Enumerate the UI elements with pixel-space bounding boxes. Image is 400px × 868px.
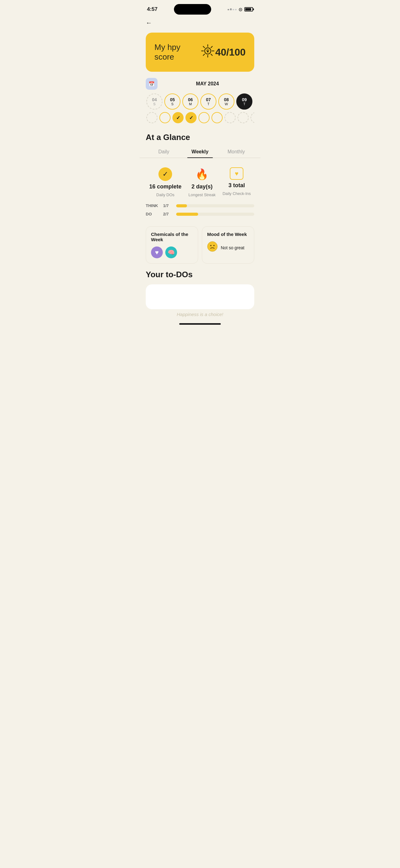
progress-row: DO2/7	[146, 212, 254, 216]
check-item[interactable]	[251, 112, 254, 123]
progress-fraction: 2/7	[163, 212, 172, 216]
check-bubble[interactable]	[251, 112, 254, 123]
date-item[interactable]: 09T	[236, 93, 253, 110]
date-item[interactable]: 06M	[182, 93, 198, 110]
stat-item: ✓16 completeDaily DOs	[149, 167, 181, 197]
check-bubble[interactable]	[237, 112, 249, 123]
checkmark-icon: ✓	[176, 115, 180, 121]
score-label: My hpy score	[155, 42, 200, 62]
todos-section: Your to-DOs	[139, 270, 261, 309]
check-bubble[interactable]	[198, 112, 210, 123]
check-bubble[interactable]: ✓	[186, 112, 197, 123]
chemicals-card-title: Chemicals of the Week	[151, 231, 193, 242]
date-number: 09	[242, 97, 247, 102]
check-item[interactable]	[146, 112, 158, 123]
date-item[interactable]: 05S	[164, 93, 180, 110]
calendar-icon: 📅	[148, 81, 155, 87]
mood-row: Not so great	[207, 241, 249, 254]
date-item[interactable]: 07T	[200, 93, 216, 110]
check-bubble[interactable]	[146, 112, 158, 123]
wifi-icon: ⊜	[238, 6, 242, 12]
date-number: 06	[188, 97, 193, 102]
calendar-icon-button[interactable]: 📅	[146, 78, 158, 90]
heart-box-icon: ♥	[230, 167, 243, 180]
check-item[interactable]: ✓	[172, 112, 184, 123]
stat-item: 🔥2 day(s)Longest Streak	[189, 167, 215, 197]
mood-card-title: Mood of the Week	[207, 231, 249, 237]
check-bubble[interactable]: ✓	[172, 112, 184, 123]
date-number: 04	[152, 97, 157, 102]
back-button[interactable]: ←	[139, 17, 261, 30]
chemicals-card[interactable]: Chemicals of the Week ♥ 🧠	[146, 226, 198, 264]
todos-title: Your to-DOs	[146, 270, 254, 279]
svg-point-1	[207, 51, 209, 53]
stat-number: 2 day(s)	[191, 183, 212, 190]
check-bubble[interactable]	[225, 112, 236, 123]
date-bubble[interactable]: 08W	[218, 93, 234, 110]
progress-bar-background	[176, 213, 254, 216]
stats-row: ✓16 completeDaily DOs🔥2 day(s)Longest St…	[139, 164, 261, 203]
date-day: T	[243, 102, 245, 106]
date-bubble[interactable]: 07T	[200, 93, 216, 110]
date-day: W	[225, 102, 228, 106]
date-bubble[interactable]: 04S	[146, 93, 163, 110]
calendar-month: MAY 2024	[161, 81, 254, 87]
date-day: M	[189, 102, 192, 106]
back-arrow-icon: ←	[146, 19, 152, 26]
check-item[interactable]	[237, 112, 249, 123]
svg-point-10	[207, 242, 218, 251]
svg-line-7	[211, 54, 212, 55]
svg-point-12	[213, 245, 214, 246]
date-bubble[interactable]: 09T	[236, 93, 253, 110]
date-bubble[interactable]: 05S	[164, 93, 180, 110]
stat-number: 3 total	[229, 182, 245, 189]
tabs: DailyWeeklyMonthly	[139, 146, 261, 158]
date-item[interactable]: 04S	[146, 93, 163, 110]
calendar-section: 📅 MAY 2024 04S05S06M07T08W09T10F11S12S ✓…	[139, 78, 261, 123]
brain-chem-icon: 🧠	[165, 247, 177, 258]
svg-line-9	[203, 54, 204, 55]
check-item[interactable]: ✓	[186, 112, 197, 123]
checkmark-icon: ✓	[189, 115, 193, 121]
home-indicator	[179, 323, 221, 325]
mood-card[interactable]: Mood of the Week Not so great	[202, 226, 254, 264]
check-item[interactable]	[225, 112, 236, 123]
check-bubble[interactable]	[211, 112, 223, 123]
progress-bar-background	[176, 204, 254, 207]
date-number: 08	[224, 97, 229, 102]
date-item[interactable]: 08W	[218, 93, 234, 110]
progress-section: THINK1/7DO2/7	[139, 203, 261, 226]
tab-monthly[interactable]: Monthly	[218, 146, 254, 158]
heart-chem-icon: ♥	[151, 247, 163, 258]
tab-weekly[interactable]: Weekly	[182, 146, 218, 158]
score-value: 40/100	[215, 46, 245, 58]
mood-emoji-icon	[207, 241, 218, 254]
check-item[interactable]	[198, 112, 210, 123]
weekly-cards-row: Chemicals of the Week ♥ 🧠 Mood of the We…	[139, 226, 261, 270]
svg-line-8	[211, 46, 212, 48]
svg-point-11	[210, 245, 211, 246]
progress-label: DO	[146, 212, 159, 216]
tagline: Happiness is a choice!	[139, 309, 261, 318]
status-bar: 4:57 ⊜	[139, 0, 261, 17]
at-a-glance-title: At a Glance	[139, 126, 261, 146]
stat-sub: Longest Streak	[189, 192, 215, 197]
progress-label: THINK	[146, 203, 159, 208]
status-time: 4:57	[147, 6, 158, 12]
date-strip: 04S05S06M07T08W09T10F11S12S	[146, 93, 254, 110]
stat-sub: Daily DOs	[156, 192, 174, 197]
fire-icon: 🔥	[195, 167, 209, 181]
check-bubble[interactable]	[159, 112, 171, 123]
battery-icon	[244, 7, 253, 11]
date-day: T	[207, 102, 210, 106]
check-item[interactable]	[211, 112, 223, 123]
progress-fraction: 1/7	[163, 203, 172, 208]
signal-icon	[228, 8, 237, 10]
date-bubble[interactable]: 06M	[182, 93, 198, 110]
todo-card	[146, 284, 254, 309]
stat-sub: Daily Check-Ins	[223, 191, 251, 196]
tab-daily[interactable]: Daily	[146, 146, 182, 158]
check-item[interactable]	[159, 112, 171, 123]
bottom-bar	[139, 318, 261, 330]
score-card[interactable]: My hpy score 40/100	[146, 33, 254, 72]
